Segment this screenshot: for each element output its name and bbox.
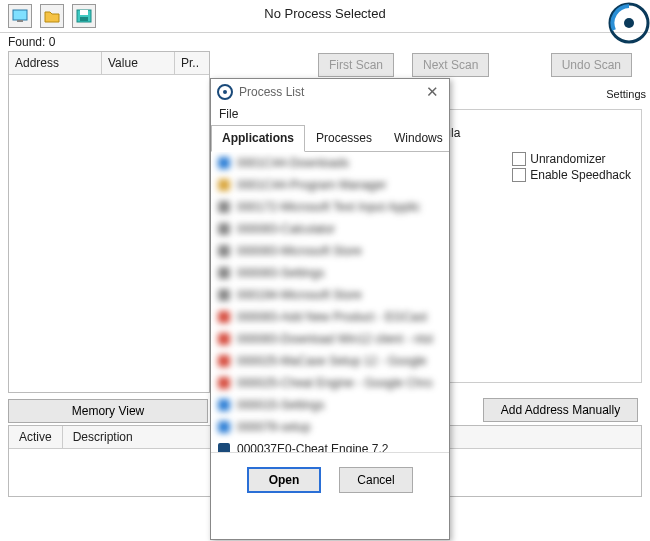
file-menu[interactable]: File xyxy=(211,105,449,125)
process-icon xyxy=(217,332,231,346)
process-label: 000025-Cheat Engine - Google Chro xyxy=(237,376,432,390)
svg-rect-13 xyxy=(218,245,230,257)
save-icon[interactable] xyxy=(72,4,96,28)
svg-rect-10 xyxy=(218,179,230,191)
process-icon xyxy=(217,156,231,170)
svg-rect-0 xyxy=(13,10,27,20)
process-icon xyxy=(217,376,231,390)
process-row[interactable]: 000083-Download Win12 client - ntst xyxy=(211,328,449,350)
first-scan-button[interactable]: First Scan xyxy=(318,53,394,77)
process-row[interactable]: 000025-Cheat Engine - Google Chro xyxy=(211,372,449,394)
process-list[interactable]: 0001C44-Downloads0001C44-Program Manager… xyxy=(211,152,449,453)
process-icon xyxy=(217,288,231,302)
col-description[interactable]: Description xyxy=(63,426,143,448)
process-label: 000083-Calculator xyxy=(237,222,335,236)
cancel-button[interactable]: Cancel xyxy=(339,467,413,493)
process-icon xyxy=(217,178,231,192)
tab-windows[interactable]: Windows xyxy=(383,125,454,151)
process-row[interactable]: 000037E0-Cheat Engine 7.2 xyxy=(211,438,449,453)
svg-rect-9 xyxy=(218,157,230,169)
svg-rect-1 xyxy=(17,20,23,22)
results-table: Address Value Pr.. xyxy=(8,51,210,393)
svg-rect-14 xyxy=(218,267,230,279)
tab-applications[interactable]: Applications xyxy=(211,125,305,152)
svg-rect-22 xyxy=(218,443,230,453)
svg-rect-11 xyxy=(218,201,230,213)
col-value[interactable]: Value xyxy=(102,52,175,74)
svg-point-8 xyxy=(223,90,227,94)
process-label: 000083-Microsoft Store xyxy=(237,244,362,258)
col-address[interactable]: Address xyxy=(9,52,102,74)
process-label: 0001C44-Downloads xyxy=(237,156,349,170)
process-row[interactable]: 000083-Calculator xyxy=(211,218,449,240)
process-row[interactable]: 000172-Microsoft Text Input Applic xyxy=(211,196,449,218)
process-label: 000015-Settings xyxy=(237,398,324,412)
svg-rect-3 xyxy=(80,10,88,15)
close-icon[interactable]: ✕ xyxy=(422,83,443,101)
process-icon xyxy=(217,442,231,453)
cheat-engine-icon xyxy=(217,84,233,100)
process-label: 000083-Download Win12 client - ntst xyxy=(237,332,433,346)
process-label: 000025-MaCase Setup 12 - Google xyxy=(237,354,426,368)
svg-rect-17 xyxy=(218,333,230,345)
unrandomizer-checkbox[interactable]: Unrandomizer xyxy=(512,152,631,166)
svg-rect-15 xyxy=(218,289,230,301)
svg-rect-19 xyxy=(218,377,230,389)
svg-rect-21 xyxy=(218,421,230,433)
process-label: 000037E0-Cheat Engine 7.2 xyxy=(237,442,388,453)
process-icon xyxy=(217,398,231,412)
process-row[interactable]: 000078-setup xyxy=(211,416,449,438)
process-icon xyxy=(217,200,231,214)
process-row[interactable]: 000083-Add New Product - EGCast xyxy=(211,306,449,328)
process-row[interactable]: 000194-Microsoft Store xyxy=(211,284,449,306)
process-label: 000083-Settings xyxy=(237,266,324,280)
process-icon xyxy=(217,244,231,258)
process-label: 000083-Add New Product - EGCast xyxy=(237,310,427,324)
process-row[interactable]: 000025-MaCase Setup 12 - Google xyxy=(211,350,449,372)
speedhack-checkbox[interactable]: Enable Speedhack xyxy=(512,168,631,182)
col-active[interactable]: Active xyxy=(9,426,63,448)
svg-rect-18 xyxy=(218,355,230,367)
process-icon xyxy=(217,420,231,434)
memory-view-button[interactable]: Memory View xyxy=(8,399,208,423)
svg-point-6 xyxy=(624,18,634,28)
add-address-manually-button[interactable]: Add Address Manually xyxy=(483,398,638,422)
tab-processes[interactable]: Processes xyxy=(305,125,383,151)
select-process-icon[interactable] xyxy=(8,4,32,28)
process-label: 000078-setup xyxy=(237,420,310,434)
next-scan-button[interactable]: Next Scan xyxy=(412,53,489,77)
svg-rect-20 xyxy=(218,399,230,411)
open-folder-icon[interactable] xyxy=(40,4,64,28)
cheat-engine-logo xyxy=(608,2,650,44)
found-count: Found: 0 xyxy=(0,33,650,51)
undo-scan-button[interactable]: Undo Scan xyxy=(551,53,632,77)
process-row[interactable]: 0001C44-Program Manager xyxy=(211,174,449,196)
process-label: 0001C44-Program Manager xyxy=(237,178,386,192)
open-button[interactable]: Open xyxy=(247,467,321,493)
process-list-dialog: Process List ✕ File Applications Process… xyxy=(210,78,450,540)
process-row[interactable]: 000083-Settings xyxy=(211,262,449,284)
process-icon xyxy=(217,354,231,368)
svg-rect-16 xyxy=(218,311,230,323)
process-label: 000194-Microsoft Store xyxy=(237,288,362,302)
svg-rect-4 xyxy=(80,17,88,21)
process-icon xyxy=(217,310,231,324)
process-row[interactable]: 000015-Settings xyxy=(211,394,449,416)
process-icon xyxy=(217,266,231,280)
process-row[interactable]: 0001C44-Downloads xyxy=(211,152,449,174)
dialog-title: Process List xyxy=(239,85,304,99)
process-icon xyxy=(217,222,231,236)
process-row[interactable]: 000083-Microsoft Store xyxy=(211,240,449,262)
svg-rect-12 xyxy=(218,223,230,235)
process-label: 000172-Microsoft Text Input Applic xyxy=(237,200,420,214)
col-previous[interactable]: Pr.. xyxy=(175,52,209,74)
